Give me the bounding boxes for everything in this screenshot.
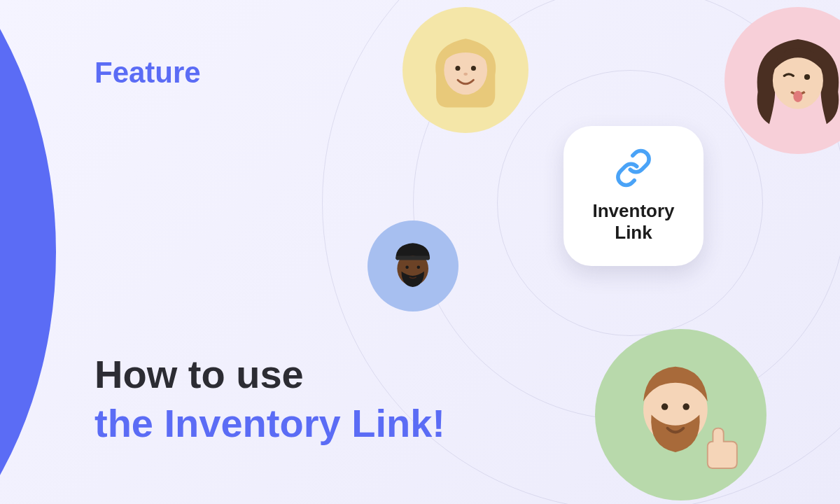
svg-point-9 — [406, 266, 409, 269]
category-label: Feature — [94, 56, 201, 90]
svg-point-10 — [417, 266, 420, 269]
avatar-person-1 — [402, 7, 528, 133]
link-icon — [614, 148, 653, 190]
svg-rect-8 — [396, 256, 430, 260]
svg-point-13 — [682, 403, 690, 410]
inventory-link-card: Inventory Link — [564, 126, 704, 266]
avatar-person-4 — [595, 329, 766, 500]
headline: How to use the Inventory Link! — [94, 350, 445, 448]
svg-point-6 — [793, 91, 802, 102]
decorative-blue-arc — [0, 0, 56, 504]
headline-line-2: the Inventory Link! — [94, 399, 445, 448]
avatar-person-3 — [368, 220, 458, 312]
svg-point-2 — [471, 66, 476, 71]
headline-line-1: How to use — [94, 350, 445, 399]
svg-point-1 — [455, 66, 460, 71]
svg-point-5 — [804, 74, 810, 80]
card-label: Inventory Link — [592, 200, 674, 244]
svg-point-12 — [662, 403, 668, 410]
avatar-person-2 — [724, 7, 840, 154]
svg-point-3 — [463, 73, 468, 76]
